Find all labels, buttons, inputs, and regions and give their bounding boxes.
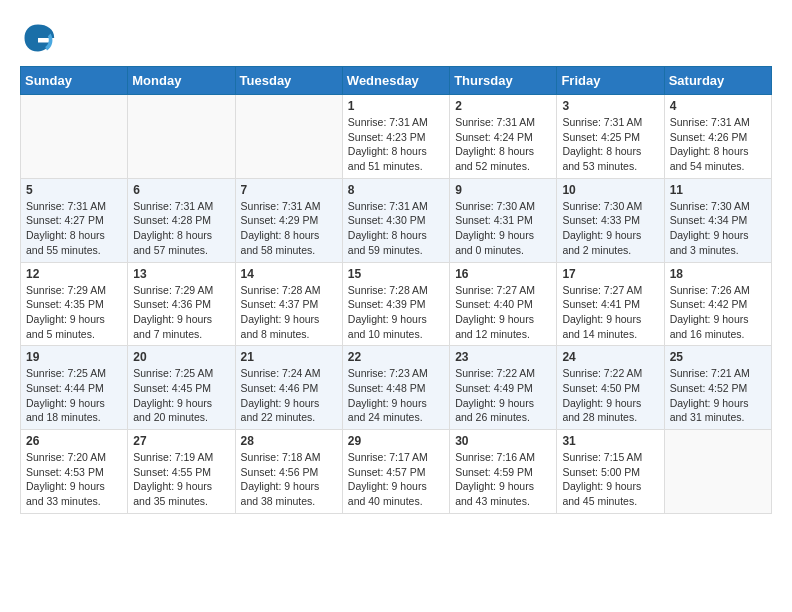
day-number: 14	[241, 267, 337, 281]
day-info: Sunrise: 7:27 AM Sunset: 4:40 PM Dayligh…	[455, 283, 551, 342]
day-number: 10	[562, 183, 658, 197]
calendar-cell: 7Sunrise: 7:31 AM Sunset: 4:29 PM Daylig…	[235, 178, 342, 262]
day-number: 24	[562, 350, 658, 364]
day-info: Sunrise: 7:24 AM Sunset: 4:46 PM Dayligh…	[241, 366, 337, 425]
day-info: Sunrise: 7:20 AM Sunset: 4:53 PM Dayligh…	[26, 450, 122, 509]
logo	[20, 20, 60, 56]
weekday-header: Thursday	[450, 67, 557, 95]
calendar-cell: 9Sunrise: 7:30 AM Sunset: 4:31 PM Daylig…	[450, 178, 557, 262]
day-number: 21	[241, 350, 337, 364]
day-info: Sunrise: 7:16 AM Sunset: 4:59 PM Dayligh…	[455, 450, 551, 509]
day-number: 17	[562, 267, 658, 281]
calendar-cell: 15Sunrise: 7:28 AM Sunset: 4:39 PM Dayli…	[342, 262, 449, 346]
day-number: 11	[670, 183, 766, 197]
calendar-cell: 31Sunrise: 7:15 AM Sunset: 5:00 PM Dayli…	[557, 430, 664, 514]
day-number: 25	[670, 350, 766, 364]
day-info: Sunrise: 7:28 AM Sunset: 4:39 PM Dayligh…	[348, 283, 444, 342]
day-number: 28	[241, 434, 337, 448]
day-info: Sunrise: 7:23 AM Sunset: 4:48 PM Dayligh…	[348, 366, 444, 425]
calendar-cell: 11Sunrise: 7:30 AM Sunset: 4:34 PM Dayli…	[664, 178, 771, 262]
day-number: 6	[133, 183, 229, 197]
weekday-header: Friday	[557, 67, 664, 95]
day-info: Sunrise: 7:30 AM Sunset: 4:31 PM Dayligh…	[455, 199, 551, 258]
calendar-cell: 16Sunrise: 7:27 AM Sunset: 4:40 PM Dayli…	[450, 262, 557, 346]
day-info: Sunrise: 7:15 AM Sunset: 5:00 PM Dayligh…	[562, 450, 658, 509]
weekday-header: Wednesday	[342, 67, 449, 95]
day-info: Sunrise: 7:31 AM Sunset: 4:28 PM Dayligh…	[133, 199, 229, 258]
logo-icon	[20, 20, 56, 56]
weekday-header: Sunday	[21, 67, 128, 95]
day-info: Sunrise: 7:31 AM Sunset: 4:25 PM Dayligh…	[562, 115, 658, 174]
weekday-header: Tuesday	[235, 67, 342, 95]
day-number: 9	[455, 183, 551, 197]
day-info: Sunrise: 7:25 AM Sunset: 4:44 PM Dayligh…	[26, 366, 122, 425]
day-info: Sunrise: 7:31 AM Sunset: 4:30 PM Dayligh…	[348, 199, 444, 258]
day-number: 27	[133, 434, 229, 448]
day-number: 3	[562, 99, 658, 113]
calendar-cell: 28Sunrise: 7:18 AM Sunset: 4:56 PM Dayli…	[235, 430, 342, 514]
calendar-cell: 18Sunrise: 7:26 AM Sunset: 4:42 PM Dayli…	[664, 262, 771, 346]
weekday-header-row: SundayMondayTuesdayWednesdayThursdayFrid…	[21, 67, 772, 95]
calendar-cell: 19Sunrise: 7:25 AM Sunset: 4:44 PM Dayli…	[21, 346, 128, 430]
calendar-week-row: 5Sunrise: 7:31 AM Sunset: 4:27 PM Daylig…	[21, 178, 772, 262]
calendar-week-row: 19Sunrise: 7:25 AM Sunset: 4:44 PM Dayli…	[21, 346, 772, 430]
day-number: 12	[26, 267, 122, 281]
day-number: 1	[348, 99, 444, 113]
day-number: 2	[455, 99, 551, 113]
calendar-cell	[235, 95, 342, 179]
day-number: 16	[455, 267, 551, 281]
calendar-week-row: 26Sunrise: 7:20 AM Sunset: 4:53 PM Dayli…	[21, 430, 772, 514]
day-info: Sunrise: 7:19 AM Sunset: 4:55 PM Dayligh…	[133, 450, 229, 509]
day-info: Sunrise: 7:22 AM Sunset: 4:49 PM Dayligh…	[455, 366, 551, 425]
day-number: 7	[241, 183, 337, 197]
day-info: Sunrise: 7:25 AM Sunset: 4:45 PM Dayligh…	[133, 366, 229, 425]
calendar-cell: 3Sunrise: 7:31 AM Sunset: 4:25 PM Daylig…	[557, 95, 664, 179]
calendar-cell: 14Sunrise: 7:28 AM Sunset: 4:37 PM Dayli…	[235, 262, 342, 346]
calendar-cell: 25Sunrise: 7:21 AM Sunset: 4:52 PM Dayli…	[664, 346, 771, 430]
calendar-cell: 30Sunrise: 7:16 AM Sunset: 4:59 PM Dayli…	[450, 430, 557, 514]
day-number: 23	[455, 350, 551, 364]
calendar-cell: 26Sunrise: 7:20 AM Sunset: 4:53 PM Dayli…	[21, 430, 128, 514]
calendar-cell: 4Sunrise: 7:31 AM Sunset: 4:26 PM Daylig…	[664, 95, 771, 179]
day-info: Sunrise: 7:21 AM Sunset: 4:52 PM Dayligh…	[670, 366, 766, 425]
calendar-cell: 10Sunrise: 7:30 AM Sunset: 4:33 PM Dayli…	[557, 178, 664, 262]
calendar: SundayMondayTuesdayWednesdayThursdayFrid…	[20, 66, 772, 514]
calendar-week-row: 1Sunrise: 7:31 AM Sunset: 4:23 PM Daylig…	[21, 95, 772, 179]
weekday-header: Monday	[128, 67, 235, 95]
day-number: 26	[26, 434, 122, 448]
calendar-cell: 24Sunrise: 7:22 AM Sunset: 4:50 PM Dayli…	[557, 346, 664, 430]
day-info: Sunrise: 7:31 AM Sunset: 4:23 PM Dayligh…	[348, 115, 444, 174]
calendar-cell	[664, 430, 771, 514]
day-info: Sunrise: 7:28 AM Sunset: 4:37 PM Dayligh…	[241, 283, 337, 342]
day-info: Sunrise: 7:17 AM Sunset: 4:57 PM Dayligh…	[348, 450, 444, 509]
day-info: Sunrise: 7:29 AM Sunset: 4:35 PM Dayligh…	[26, 283, 122, 342]
day-number: 18	[670, 267, 766, 281]
day-info: Sunrise: 7:31 AM Sunset: 4:27 PM Dayligh…	[26, 199, 122, 258]
calendar-cell: 17Sunrise: 7:27 AM Sunset: 4:41 PM Dayli…	[557, 262, 664, 346]
calendar-cell: 6Sunrise: 7:31 AM Sunset: 4:28 PM Daylig…	[128, 178, 235, 262]
calendar-cell: 2Sunrise: 7:31 AM Sunset: 4:24 PM Daylig…	[450, 95, 557, 179]
calendar-week-row: 12Sunrise: 7:29 AM Sunset: 4:35 PM Dayli…	[21, 262, 772, 346]
calendar-cell: 27Sunrise: 7:19 AM Sunset: 4:55 PM Dayli…	[128, 430, 235, 514]
day-number: 13	[133, 267, 229, 281]
day-info: Sunrise: 7:27 AM Sunset: 4:41 PM Dayligh…	[562, 283, 658, 342]
day-info: Sunrise: 7:30 AM Sunset: 4:34 PM Dayligh…	[670, 199, 766, 258]
calendar-cell: 23Sunrise: 7:22 AM Sunset: 4:49 PM Dayli…	[450, 346, 557, 430]
calendar-cell: 8Sunrise: 7:31 AM Sunset: 4:30 PM Daylig…	[342, 178, 449, 262]
calendar-cell	[128, 95, 235, 179]
day-number: 20	[133, 350, 229, 364]
calendar-cell: 29Sunrise: 7:17 AM Sunset: 4:57 PM Dayli…	[342, 430, 449, 514]
day-number: 30	[455, 434, 551, 448]
day-number: 29	[348, 434, 444, 448]
day-number: 19	[26, 350, 122, 364]
day-number: 5	[26, 183, 122, 197]
calendar-cell: 5Sunrise: 7:31 AM Sunset: 4:27 PM Daylig…	[21, 178, 128, 262]
calendar-cell: 13Sunrise: 7:29 AM Sunset: 4:36 PM Dayli…	[128, 262, 235, 346]
day-info: Sunrise: 7:31 AM Sunset: 4:26 PM Dayligh…	[670, 115, 766, 174]
day-info: Sunrise: 7:30 AM Sunset: 4:33 PM Dayligh…	[562, 199, 658, 258]
weekday-header: Saturday	[664, 67, 771, 95]
day-number: 4	[670, 99, 766, 113]
calendar-cell: 1Sunrise: 7:31 AM Sunset: 4:23 PM Daylig…	[342, 95, 449, 179]
day-info: Sunrise: 7:31 AM Sunset: 4:29 PM Dayligh…	[241, 199, 337, 258]
calendar-cell	[21, 95, 128, 179]
